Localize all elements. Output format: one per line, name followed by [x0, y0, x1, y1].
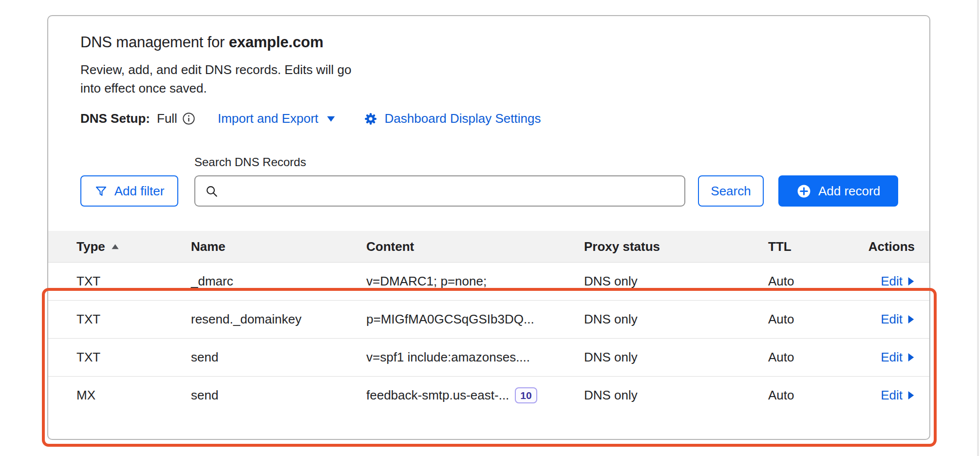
dns-setup-label: DNS Setup: [80, 111, 150, 126]
dashboard-display-settings-link[interactable]: Dashboard Display Settings [364, 111, 541, 126]
chevron-right-icon [907, 315, 915, 324]
edit-record-button[interactable]: Edit [881, 350, 915, 365]
page-subtitle: Review, add, and edit DNS records. Edits… [80, 61, 352, 97]
table-row: TXT resend._domainkey p=MIGfMA0GCSqGSIb3… [48, 300, 929, 338]
add-record-button[interactable]: Add record [778, 175, 898, 207]
search-button[interactable]: Search [698, 175, 764, 207]
cell-name: resend._domainkey [191, 312, 366, 327]
search-section: Search DNS Records Add filter [80, 155, 898, 207]
add-filter-button[interactable]: Add filter [80, 175, 178, 207]
cell-ttl: Auto [768, 312, 860, 327]
cell-type: TXT [76, 274, 191, 289]
cell-ttl: Auto [768, 388, 860, 403]
import-export-link[interactable]: Import and Export [218, 111, 336, 126]
cell-name: send [191, 350, 366, 365]
chevron-right-icon [907, 353, 915, 362]
plus-circle-icon [796, 184, 811, 199]
dns-records-table: Type Name Content Proxy status TTL Actio… [48, 231, 929, 414]
column-header-ttl[interactable]: TTL [768, 239, 860, 254]
page-title-domain: example.com [229, 34, 323, 51]
cell-content: v=DMARC1; p=none; [366, 274, 584, 289]
page-title-prefix: DNS management for [80, 34, 229, 51]
mx-priority-badge: 10 [515, 387, 537, 403]
table-row: MX send feedback-smtp.us-east-... 10 DNS… [48, 376, 929, 414]
column-header-content[interactable]: Content [366, 239, 584, 254]
dns-management-card: DNS management for example.com Review, a… [47, 15, 930, 440]
column-header-name[interactable]: Name [191, 239, 366, 254]
chevron-right-icon [907, 391, 915, 400]
cell-content: p=MIGfMA0GCSqGSIb3DQ... [366, 312, 584, 327]
search-button-label: Search [711, 184, 751, 199]
search-input[interactable] [218, 176, 684, 206]
page-title: DNS management for example.com [80, 34, 898, 51]
chevron-right-icon [907, 277, 915, 286]
table-row: TXT _dmarc v=DMARC1; p=none; DNS only Au… [48, 262, 929, 300]
edit-record-button[interactable]: Edit [881, 312, 915, 327]
column-header-actions: Actions [868, 239, 915, 254]
table-header-row: Type Name Content Proxy status TTL Actio… [48, 231, 929, 262]
cell-proxy-status: DNS only [584, 312, 768, 327]
column-header-proxy-status[interactable]: Proxy status [584, 239, 768, 254]
table-row: TXT send v=spf1 include:amazonses.... DN… [48, 338, 929, 376]
filter-funnel-icon [94, 185, 108, 198]
cell-name: send [191, 388, 366, 403]
cell-content: v=spf1 include:amazonses.... [366, 350, 584, 365]
cell-type: TXT [76, 350, 191, 365]
gear-icon [364, 112, 377, 126]
cell-proxy-status: DNS only [584, 350, 768, 365]
cell-content: feedback-smtp.us-east-... 10 [366, 387, 584, 403]
import-export-label: Import and Export [218, 111, 319, 126]
dns-setup-value: Full [157, 111, 177, 126]
edit-record-button[interactable]: Edit [881, 274, 915, 289]
search-label: Search DNS Records [194, 155, 898, 169]
cell-name: _dmarc [191, 274, 366, 289]
cell-proxy-status: DNS only [584, 388, 768, 403]
search-icon [205, 185, 218, 198]
cell-proxy-status: DNS only [584, 274, 768, 289]
sort-ascending-icon [111, 244, 119, 250]
add-filter-label: Add filter [114, 184, 165, 199]
cell-type: TXT [76, 312, 191, 327]
info-icon[interactable] [182, 112, 195, 125]
cell-ttl: Auto [768, 274, 860, 289]
dashboard-display-settings-label: Dashboard Display Settings [385, 111, 541, 126]
cell-ttl: Auto [768, 350, 860, 365]
add-record-label: Add record [818, 184, 880, 199]
chevron-down-icon [326, 115, 336, 122]
scrollbar-track[interactable] [977, 0, 979, 456]
column-header-type[interactable]: Type [76, 239, 191, 254]
edit-record-button[interactable]: Edit [881, 388, 915, 403]
dns-setup-row: DNS Setup: Full Import and Export [80, 111, 898, 126]
search-input-container [194, 175, 685, 207]
cell-type: MX [76, 388, 191, 403]
